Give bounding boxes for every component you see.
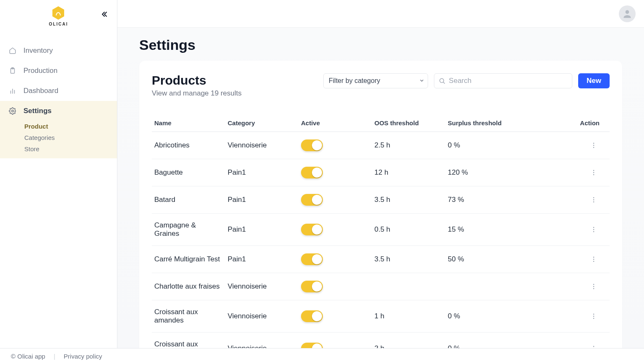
gear-icon bbox=[8, 107, 17, 115]
logo: OLICAI bbox=[49, 6, 68, 26]
toggle-knob bbox=[312, 168, 322, 178]
table-row: BatardPain13.5 h73 % bbox=[152, 186, 610, 214]
cell-category: Pain1 bbox=[225, 186, 299, 214]
page-title: Settings bbox=[139, 37, 622, 53]
cell-action bbox=[538, 333, 610, 349]
cell-name: Charlotte aux fraises bbox=[152, 273, 225, 300]
search-icon bbox=[439, 77, 446, 85]
active-toggle[interactable] bbox=[301, 139, 323, 151]
cell-surplus bbox=[445, 273, 538, 300]
nav-label: Production bbox=[23, 67, 57, 75]
subnav-categories[interactable]: Categories bbox=[24, 134, 117, 141]
chart-bar-icon bbox=[8, 87, 17, 95]
svg-point-13 bbox=[593, 170, 595, 171]
cell-action bbox=[538, 186, 610, 214]
nav-inventory[interactable]: Inventory bbox=[0, 41, 117, 61]
products-table: Name Category Active OOS threshold Surpl… bbox=[152, 116, 610, 348]
svg-point-18 bbox=[593, 201, 595, 203]
category-filter-select[interactable]: Filter by category bbox=[323, 73, 428, 88]
col-active: Active bbox=[299, 116, 372, 132]
cell-oos: 3.5 h bbox=[372, 246, 445, 273]
table-row: AbricotinesViennoiserie2.5 h0 % bbox=[152, 132, 610, 159]
more-vertical-icon bbox=[590, 226, 597, 233]
cell-active bbox=[299, 333, 372, 349]
row-action-menu[interactable] bbox=[588, 253, 600, 265]
cell-surplus: 0 % bbox=[445, 300, 538, 333]
subnav-product[interactable]: Product bbox=[24, 123, 117, 130]
nav-production[interactable]: Production bbox=[0, 61, 117, 81]
brand: OLICAI bbox=[0, 0, 117, 29]
svg-point-23 bbox=[593, 259, 595, 260]
col-category: Category bbox=[225, 116, 299, 132]
toggle-knob bbox=[312, 254, 322, 264]
user-avatar[interactable] bbox=[619, 5, 636, 22]
nav-label: Settings bbox=[23, 107, 52, 115]
cell-active bbox=[299, 300, 372, 333]
more-vertical-icon bbox=[590, 283, 597, 290]
col-surplus: Surplus threshold bbox=[445, 116, 538, 132]
toggle-knob bbox=[312, 225, 322, 235]
more-vertical-icon bbox=[590, 256, 597, 263]
footer-copyright: © Olicai app bbox=[11, 353, 45, 360]
results-label: View and manage 19 results bbox=[152, 89, 313, 98]
table-row: Carré Multigrain TestPain13.5 h50 % bbox=[152, 246, 610, 273]
row-action-menu[interactable] bbox=[588, 310, 600, 322]
active-toggle[interactable] bbox=[301, 281, 323, 292]
active-toggle[interactable] bbox=[301, 194, 323, 206]
nav-settings[interactable]: Settings bbox=[0, 101, 117, 121]
nav-settings-group: Settings Product Categories Store bbox=[0, 101, 117, 158]
cell-category: Pain1 bbox=[225, 159, 299, 186]
more-vertical-icon bbox=[590, 142, 597, 149]
svg-point-30 bbox=[593, 318, 595, 319]
active-toggle[interactable] bbox=[301, 310, 323, 322]
more-vertical-icon bbox=[590, 169, 597, 176]
svg-point-16 bbox=[593, 197, 595, 199]
chevron-double-left-icon bbox=[101, 11, 108, 18]
active-toggle[interactable] bbox=[301, 167, 323, 178]
svg-point-11 bbox=[593, 145, 595, 146]
subnav-store[interactable]: Store bbox=[24, 145, 117, 152]
cell-category: Viennoiserie bbox=[225, 132, 299, 159]
active-toggle[interactable] bbox=[301, 224, 323, 235]
table-row: BaguettePain112 h120 % bbox=[152, 159, 610, 186]
nav-dashboard[interactable]: Dashboard bbox=[0, 81, 117, 101]
footer-privacy-link[interactable]: Privacy policy bbox=[64, 353, 102, 360]
table-header-row: Name Category Active OOS threshold Surpl… bbox=[152, 116, 610, 132]
cell-name: Campagne & Graines bbox=[152, 214, 225, 246]
cell-category: Viennoiserie bbox=[225, 273, 299, 300]
cell-category: Viennoiserie bbox=[225, 300, 299, 333]
card-header: Products View and manage 19 results Filt… bbox=[152, 73, 610, 98]
cell-surplus: 73 % bbox=[445, 186, 538, 214]
row-action-menu[interactable] bbox=[588, 224, 600, 235]
row-action-menu[interactable] bbox=[588, 139, 600, 151]
svg-point-28 bbox=[593, 314, 595, 315]
search-box[interactable] bbox=[434, 73, 572, 88]
cell-oos: 2 h bbox=[372, 333, 445, 349]
svg-line-9 bbox=[444, 82, 445, 83]
search-input[interactable] bbox=[449, 77, 568, 85]
table-row: Croissant aux amandesViennoiserie1 h0 % bbox=[152, 300, 610, 333]
row-action-menu[interactable] bbox=[588, 167, 600, 178]
cell-active bbox=[299, 246, 372, 273]
row-action-menu[interactable] bbox=[588, 281, 600, 292]
cell-action bbox=[538, 132, 610, 159]
more-vertical-icon bbox=[590, 196, 597, 203]
sidebar: OLICAI Inventory Production bbox=[0, 0, 117, 348]
active-toggle[interactable] bbox=[301, 343, 323, 348]
svg-point-25 bbox=[593, 284, 595, 285]
nav-label: Dashboard bbox=[23, 87, 58, 95]
cell-action bbox=[538, 159, 610, 186]
active-toggle[interactable] bbox=[301, 253, 323, 265]
cell-surplus: 15 % bbox=[445, 214, 538, 246]
footer-divider: | bbox=[54, 353, 55, 360]
toggle-knob bbox=[312, 140, 322, 150]
cell-oos bbox=[372, 273, 445, 300]
collapse-sidebar-button[interactable] bbox=[99, 9, 109, 19]
row-action-menu[interactable] bbox=[588, 194, 600, 206]
section-title: Products bbox=[152, 73, 313, 88]
svg-point-15 bbox=[593, 174, 595, 176]
svg-point-27 bbox=[593, 288, 595, 289]
new-button[interactable]: New bbox=[578, 73, 610, 88]
row-action-menu[interactable] bbox=[588, 343, 600, 348]
cell-name: Abricotines bbox=[152, 132, 225, 159]
